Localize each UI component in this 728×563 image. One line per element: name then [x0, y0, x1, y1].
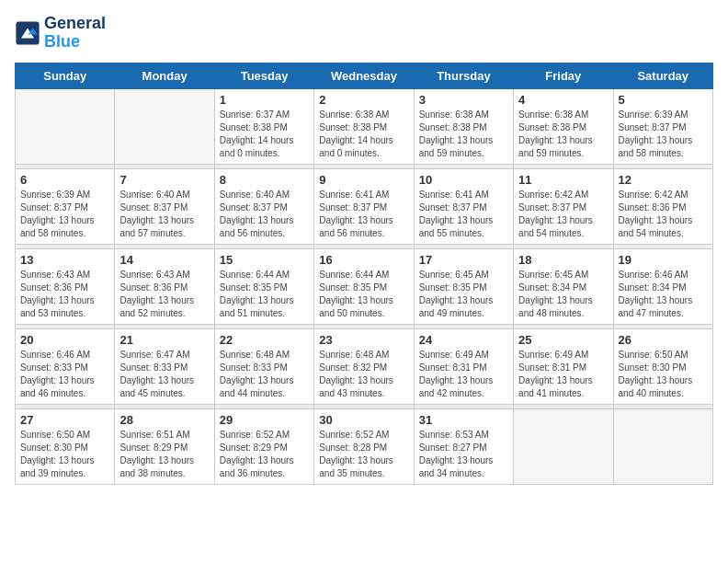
logo-text: General Blue [44, 15, 106, 52]
calendar-week-row: 27Sunrise: 6:50 AM Sunset: 8:30 PM Dayli… [16, 408, 713, 484]
calendar-cell: 19Sunrise: 6:46 AM Sunset: 8:34 PM Dayli… [613, 248, 712, 324]
day-number: 12 [619, 173, 708, 187]
day-number: 13 [20, 253, 109, 267]
weekday-header: Tuesday [214, 63, 313, 88]
calendar-cell: 18Sunrise: 6:45 AM Sunset: 8:34 PM Dayli… [514, 248, 613, 324]
day-number: 20 [20, 333, 109, 347]
day-info: Sunrise: 6:38 AM Sunset: 8:38 PM Dayligh… [319, 109, 408, 160]
day-number: 3 [419, 93, 508, 107]
day-info: Sunrise: 6:42 AM Sunset: 8:37 PM Dayligh… [518, 189, 608, 240]
day-number: 16 [319, 253, 408, 267]
day-number: 24 [419, 333, 508, 347]
day-info: Sunrise: 6:39 AM Sunset: 8:37 PM Dayligh… [20, 189, 109, 240]
day-number: 2 [319, 93, 408, 107]
weekday-header: Wednesday [314, 63, 414, 88]
day-info: Sunrise: 6:46 AM Sunset: 8:33 PM Dayligh… [20, 349, 109, 400]
day-number: 5 [619, 93, 708, 107]
calendar-cell: 2Sunrise: 6:38 AM Sunset: 8:38 PM Daylig… [314, 88, 414, 164]
day-info: Sunrise: 6:44 AM Sunset: 8:35 PM Dayligh… [220, 269, 309, 320]
weekday-header: Friday [514, 63, 613, 88]
day-number: 18 [518, 253, 608, 267]
day-number: 26 [619, 333, 708, 347]
day-number: 14 [119, 253, 209, 267]
day-info: Sunrise: 6:38 AM Sunset: 8:38 PM Dayligh… [518, 109, 608, 160]
day-info: Sunrise: 6:44 AM Sunset: 8:35 PM Dayligh… [319, 269, 408, 320]
calendar-cell: 6Sunrise: 6:39 AM Sunset: 8:37 PM Daylig… [16, 168, 115, 244]
day-info: Sunrise: 6:50 AM Sunset: 8:30 PM Dayligh… [619, 349, 708, 400]
calendar-cell: 25Sunrise: 6:49 AM Sunset: 8:31 PM Dayli… [514, 328, 613, 404]
day-number: 19 [619, 253, 708, 267]
logo-line1: General [44, 15, 106, 33]
calendar-cell: 7Sunrise: 6:40 AM Sunset: 8:37 PM Daylig… [115, 168, 214, 244]
calendar-cell: 16Sunrise: 6:44 AM Sunset: 8:35 PM Dayli… [314, 248, 414, 324]
day-info: Sunrise: 6:45 AM Sunset: 8:34 PM Dayligh… [518, 269, 608, 320]
calendar-week-row: 20Sunrise: 6:46 AM Sunset: 8:33 PM Dayli… [16, 328, 713, 404]
day-info: Sunrise: 6:41 AM Sunset: 8:37 PM Dayligh… [419, 189, 508, 240]
day-number: 8 [220, 173, 309, 187]
page-header: General Blue [15, 15, 713, 52]
calendar-cell: 17Sunrise: 6:45 AM Sunset: 8:35 PM Dayli… [414, 248, 513, 324]
day-info: Sunrise: 6:40 AM Sunset: 8:37 PM Dayligh… [119, 189, 209, 240]
calendar-cell [613, 408, 712, 484]
calendar-cell [16, 88, 115, 164]
day-info: Sunrise: 6:48 AM Sunset: 8:32 PM Dayligh… [319, 349, 408, 400]
day-number: 9 [319, 173, 408, 187]
day-number: 29 [220, 413, 309, 427]
day-number: 23 [319, 333, 408, 347]
day-number: 7 [119, 173, 209, 187]
day-info: Sunrise: 6:49 AM Sunset: 8:31 PM Dayligh… [419, 349, 508, 400]
calendar-cell: 5Sunrise: 6:39 AM Sunset: 8:37 PM Daylig… [613, 88, 712, 164]
day-info: Sunrise: 6:51 AM Sunset: 8:29 PM Dayligh… [119, 429, 209, 480]
calendar-cell: 4Sunrise: 6:38 AM Sunset: 8:38 PM Daylig… [514, 88, 613, 164]
day-number: 31 [419, 413, 508, 427]
day-number: 6 [20, 173, 109, 187]
day-info: Sunrise: 6:43 AM Sunset: 8:36 PM Dayligh… [119, 269, 209, 320]
day-number: 15 [220, 253, 309, 267]
calendar-cell: 10Sunrise: 6:41 AM Sunset: 8:37 PM Dayli… [414, 168, 513, 244]
weekday-header: Thursday [414, 63, 513, 88]
calendar-cell: 24Sunrise: 6:49 AM Sunset: 8:31 PM Dayli… [414, 328, 513, 404]
calendar-cell: 23Sunrise: 6:48 AM Sunset: 8:32 PM Dayli… [314, 328, 414, 404]
day-number: 11 [518, 173, 608, 187]
calendar-week-row: 13Sunrise: 6:43 AM Sunset: 8:36 PM Dayli… [16, 248, 713, 324]
logo-line2: Blue [44, 32, 80, 51]
calendar-cell: 22Sunrise: 6:48 AM Sunset: 8:33 PM Dayli… [214, 328, 313, 404]
calendar-week-row: 1Sunrise: 6:37 AM Sunset: 8:38 PM Daylig… [16, 88, 713, 164]
day-info: Sunrise: 6:48 AM Sunset: 8:33 PM Dayligh… [220, 349, 309, 400]
day-number: 22 [220, 333, 309, 347]
day-info: Sunrise: 6:41 AM Sunset: 8:37 PM Dayligh… [319, 189, 408, 240]
day-info: Sunrise: 6:38 AM Sunset: 8:38 PM Dayligh… [419, 109, 508, 160]
day-number: 30 [319, 413, 408, 427]
weekday-header: Monday [115, 63, 214, 88]
calendar-cell: 31Sunrise: 6:53 AM Sunset: 8:27 PM Dayli… [414, 408, 513, 484]
calendar-cell: 30Sunrise: 6:52 AM Sunset: 8:28 PM Dayli… [314, 408, 414, 484]
calendar-cell: 14Sunrise: 6:43 AM Sunset: 8:36 PM Dayli… [115, 248, 214, 324]
calendar-cell: 21Sunrise: 6:47 AM Sunset: 8:33 PM Dayli… [115, 328, 214, 404]
calendar-cell: 29Sunrise: 6:52 AM Sunset: 8:29 PM Dayli… [214, 408, 313, 484]
weekday-header-row: SundayMondayTuesdayWednesdayThursdayFrid… [16, 63, 713, 88]
day-info: Sunrise: 6:42 AM Sunset: 8:36 PM Dayligh… [619, 189, 708, 240]
day-info: Sunrise: 6:46 AM Sunset: 8:34 PM Dayligh… [619, 269, 708, 320]
day-info: Sunrise: 6:37 AM Sunset: 8:38 PM Dayligh… [220, 109, 309, 160]
calendar-cell: 15Sunrise: 6:44 AM Sunset: 8:35 PM Dayli… [214, 248, 313, 324]
calendar-cell [115, 88, 214, 164]
weekday-header: Saturday [613, 63, 712, 88]
day-number: 21 [119, 333, 209, 347]
day-number: 27 [20, 413, 109, 427]
day-info: Sunrise: 6:47 AM Sunset: 8:33 PM Dayligh… [119, 349, 209, 400]
calendar-cell: 27Sunrise: 6:50 AM Sunset: 8:30 PM Dayli… [16, 408, 115, 484]
calendar-cell: 1Sunrise: 6:37 AM Sunset: 8:38 PM Daylig… [214, 88, 313, 164]
day-number: 17 [419, 253, 508, 267]
day-info: Sunrise: 6:45 AM Sunset: 8:35 PM Dayligh… [419, 269, 508, 320]
day-info: Sunrise: 6:52 AM Sunset: 8:28 PM Dayligh… [319, 429, 408, 480]
day-number: 10 [419, 173, 508, 187]
day-info: Sunrise: 6:39 AM Sunset: 8:37 PM Dayligh… [619, 109, 708, 160]
day-number: 4 [518, 93, 608, 107]
calendar-cell: 28Sunrise: 6:51 AM Sunset: 8:29 PM Dayli… [115, 408, 214, 484]
weekday-header: Sunday [16, 63, 115, 88]
day-number: 28 [119, 413, 209, 427]
logo-icon [15, 20, 40, 46]
day-info: Sunrise: 6:53 AM Sunset: 8:27 PM Dayligh… [419, 429, 508, 480]
calendar-cell: 11Sunrise: 6:42 AM Sunset: 8:37 PM Dayli… [514, 168, 613, 244]
day-number: 25 [518, 333, 608, 347]
